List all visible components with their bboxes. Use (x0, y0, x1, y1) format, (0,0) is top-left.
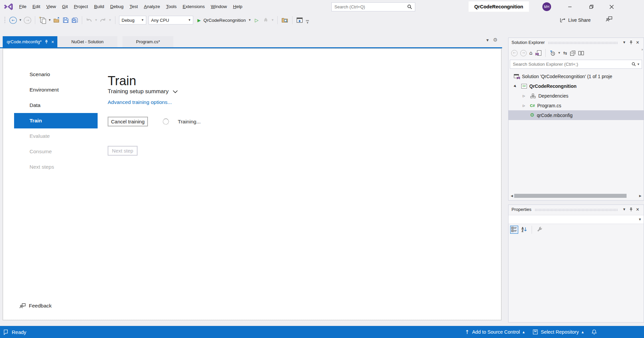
menu-analyze[interactable]: Analyze (141, 0, 163, 13)
search-options-dropdown[interactable]: ▼ (637, 63, 640, 66)
feedback-button[interactable]: Feedback (19, 303, 52, 309)
start-without-debugging-button[interactable]: ▷ (253, 16, 260, 24)
tab-nuget-solution[interactable]: NuGet - Solution (57, 36, 117, 47)
home-icon[interactable]: ⌂ (529, 51, 533, 56)
tree-row-program-cs[interactable]: ▷ C# Program.cs (508, 101, 644, 110)
minimize-button[interactable] (562, 0, 578, 13)
training-setup-summary-toggle[interactable]: Training setup summary (108, 88, 178, 95)
nav-consume[interactable]: Consume (14, 144, 98, 159)
property-pages-button[interactable] (535, 226, 543, 234)
new-project-dropdown[interactable]: ▼ (48, 19, 51, 21)
run-target-dropdown[interactable]: ▼ (249, 19, 251, 21)
scrollbar-track[interactable] (514, 194, 638, 198)
user-avatar[interactable]: MH (542, 2, 551, 11)
menu-git[interactable]: Git (59, 0, 71, 13)
window-position-dropdown[interactable]: ▼ (621, 41, 628, 44)
hot-reload-button[interactable] (262, 16, 269, 24)
show-start-window-button[interactable] (296, 16, 303, 24)
undo-button[interactable] (86, 16, 93, 24)
tree-row-mbconfig[interactable]: ⚙ qrCode.mbconfig (508, 110, 644, 120)
new-project-button[interactable]: ✳ (39, 17, 46, 23)
close-button[interactable] (604, 0, 619, 13)
next-step-button[interactable]: Next step (108, 146, 138, 156)
menu-test[interactable]: Test (126, 0, 141, 13)
nav-next-steps[interactable]: Next steps (14, 159, 98, 175)
menu-help[interactable]: Help (230, 0, 246, 13)
redo-button[interactable] (100, 16, 106, 24)
collapse-all-icon[interactable] (570, 50, 576, 56)
tab-qrcode-mbconfig[interactable]: qrCode.mbconfig* × (3, 36, 57, 47)
save-all-button[interactable] (71, 16, 78, 24)
menu-window[interactable]: Window (208, 0, 230, 13)
find-in-files-button[interactable] (281, 16, 288, 24)
notifications-button[interactable] (588, 326, 601, 338)
scroll-right-arrow[interactable]: ▶ (638, 194, 643, 198)
switch-views-icon[interactable]: ⋈ (535, 50, 541, 56)
close-panel-icon[interactable]: × (634, 40, 641, 45)
nav-scenario[interactable]: Scenario (14, 67, 98, 82)
tab-program-cs[interactable]: Program.cs* (122, 36, 173, 47)
close-panel-icon[interactable]: × (634, 207, 641, 212)
add-to-source-control-button[interactable]: ↑ Add to Source Control ▲ (461, 326, 529, 338)
nav-environment[interactable]: Environment (14, 82, 98, 98)
sync-with-active-document-icon[interactable]: ⇆ (563, 51, 567, 55)
redo-dropdown[interactable]: ▼ (109, 19, 111, 21)
toolbar-overflow-chevrons[interactable]: ›› (641, 48, 642, 51)
alphabetical-sort-button[interactable]: A Z (520, 226, 528, 234)
se-forward-button[interactable]: → (520, 50, 527, 56)
restore-button[interactable] (584, 0, 599, 13)
expander-collapsed-icon[interactable]: ▷ (522, 104, 526, 107)
tree-row-solution[interactable]: ⋈ Solution 'QrCodeRecongnition' (1 of 1 … (508, 71, 644, 81)
filter-dropdown[interactable]: ▼ (558, 52, 560, 54)
hot-reload-dropdown[interactable]: ▼ (271, 19, 274, 21)
tree-row-dependencies[interactable]: ▷ Dependencies (508, 91, 644, 101)
send-feedback-button[interactable] (606, 16, 612, 22)
close-tab-icon[interactable]: × (51, 40, 54, 44)
tree-row-project[interactable]: ▶ C# QrCodeRecongnition (508, 81, 644, 91)
preview-selected-items-icon[interactable] (578, 51, 584, 56)
menu-view[interactable]: View (43, 0, 59, 13)
window-position-dropdown[interactable]: ▼ (621, 208, 628, 211)
menu-build[interactable]: Build (91, 0, 107, 13)
horizontal-scrollbar[interactable]: ◀ ▶ (509, 193, 643, 199)
navigate-forward-button[interactable]: → (24, 17, 31, 24)
save-button[interactable] (62, 16, 69, 24)
menu-debug[interactable]: Debug (107, 0, 126, 13)
solution-configuration-dropdown[interactable]: Debug ▼ (119, 16, 146, 24)
navigate-back-button[interactable]: ← (9, 17, 17, 24)
solution-platform-dropdown[interactable]: Any CPU ▼ (149, 16, 193, 24)
navigate-back-dropdown[interactable]: ▼ (19, 19, 21, 21)
open-file-button[interactable] (53, 16, 60, 24)
expander-collapsed-icon[interactable]: ▷ (522, 94, 526, 98)
categorized-view-button[interactable] (510, 226, 518, 234)
nav-data[interactable]: Data (14, 98, 98, 113)
menu-file[interactable]: File (16, 0, 30, 13)
pending-changes-filter-icon[interactable] (550, 50, 555, 56)
solution-explorer-search-input[interactable]: Search Solution Explorer (Ctrl+;) ▼ (510, 60, 642, 69)
toolbar-overflow-button[interactable]: ▼ (306, 20, 309, 24)
menu-extensions[interactable]: Extensions (180, 0, 208, 13)
cancel-training-button[interactable]: Cancel training (108, 117, 148, 126)
pin-icon[interactable] (628, 208, 634, 212)
advanced-training-options-link[interactable]: Advanced training options... (108, 99, 172, 105)
select-repository-button[interactable]: Select Repository ▲ (529, 326, 588, 338)
quick-search-input[interactable]: Search (Ctrl+Q) (331, 2, 415, 11)
properties-object-dropdown[interactable]: ▼ (508, 215, 644, 224)
scroll-left-arrow[interactable]: ◀ (509, 194, 514, 198)
nav-evaluate[interactable]: Evaluate (14, 128, 98, 144)
scrollbar-thumb[interactable] (514, 194, 627, 198)
document-options-gear-icon[interactable]: ⚙ (493, 38, 497, 43)
nav-train[interactable]: Train (14, 113, 98, 128)
solution-explorer-header[interactable]: Solution Explorer ▼ × (508, 38, 644, 47)
live-share-button[interactable]: Live Share (559, 15, 591, 25)
active-files-dropdown[interactable]: ▼ (486, 39, 489, 42)
start-debugging-button[interactable]: ▶ QrCodeRecongnition ▼ (198, 16, 251, 24)
expander-expanded-icon[interactable]: ▶ (513, 84, 517, 88)
undo-dropdown[interactable]: ▼ (95, 19, 97, 21)
menu-project[interactable]: Project (71, 0, 91, 13)
pin-icon[interactable] (628, 41, 634, 45)
menu-edit[interactable]: Edit (30, 0, 43, 13)
pin-icon[interactable] (45, 40, 48, 44)
menu-tools[interactable]: Tools (163, 0, 180, 13)
properties-header[interactable]: Properties ▼ × (508, 205, 644, 214)
